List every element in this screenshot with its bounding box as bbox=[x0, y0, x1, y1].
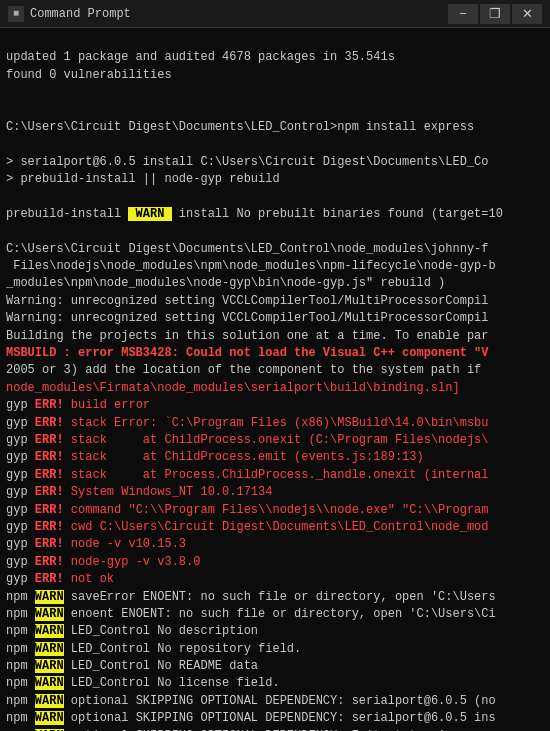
terminal-line: gyp ERR! stack Error: `C:\Program Files … bbox=[6, 415, 544, 432]
terminal-line: 2005 or 3) add the location of the compo… bbox=[6, 362, 544, 379]
terminal-line: _modules\npm\node_modules\node-gyp\bin\n… bbox=[6, 275, 544, 292]
terminal-line: gyp ERR! command "C:\\Program Files\\nod… bbox=[6, 502, 544, 519]
terminal-line: npm WARN optional SKIPPING OPTIONAL DEPE… bbox=[6, 710, 544, 727]
title-bar: ■ Command Prompt − ❐ ✕ bbox=[0, 0, 550, 28]
terminal-line: > prebuild-install || node-gyp rebuild bbox=[6, 171, 544, 188]
terminal-line: node_modules\Firmata\node_modules\serial… bbox=[6, 380, 544, 397]
terminal-line: prebuild-install WARN install No prebuil… bbox=[6, 206, 544, 223]
terminal-line: Files\nodejs\node_modules\npm\node_modul… bbox=[6, 258, 544, 275]
terminal-line: Warning: unrecognized setting VCCLCompil… bbox=[6, 310, 544, 327]
terminal-line: npm WARN optional SKIPPING OPTIONAL DEPE… bbox=[6, 728, 544, 731]
close-button[interactable]: ✕ bbox=[512, 4, 542, 24]
terminal-line bbox=[6, 223, 544, 240]
terminal-line: npm WARN enoent ENOENT: no such file or … bbox=[6, 606, 544, 623]
terminal-line bbox=[6, 102, 544, 119]
terminal-line: npm WARN optional SKIPPING OPTIONAL DEPE… bbox=[6, 693, 544, 710]
terminal-line: gyp ERR! not ok bbox=[6, 571, 544, 588]
terminal-line: npm WARN LED_Control No license field. bbox=[6, 675, 544, 692]
terminal-line: gyp ERR! node-gyp -v v3.8.0 bbox=[6, 554, 544, 571]
maximize-button[interactable]: ❐ bbox=[480, 4, 510, 24]
terminal: updated 1 package and audited 4678 packa… bbox=[0, 28, 550, 731]
terminal-line: gyp ERR! stack at Process.ChildProcess._… bbox=[6, 467, 544, 484]
terminal-line: npm WARN LED_Control No repository field… bbox=[6, 641, 544, 658]
terminal-line: Warning: unrecognized setting VCCLCompil… bbox=[6, 293, 544, 310]
terminal-line: MSBUILD : error MSB3428: Could not load … bbox=[6, 345, 544, 362]
title-bar-buttons: − ❐ ✕ bbox=[448, 4, 542, 24]
title-bar-icon: ■ bbox=[8, 6, 24, 22]
terminal-line: updated 1 package and audited 4678 packa… bbox=[6, 49, 544, 66]
terminal-line bbox=[6, 189, 544, 206]
terminal-line: gyp ERR! cwd C:\Users\Circuit Digest\Doc… bbox=[6, 519, 544, 536]
title-bar-title: Command Prompt bbox=[30, 7, 448, 21]
terminal-line bbox=[6, 84, 544, 101]
terminal-line: gyp ERR! build error bbox=[6, 397, 544, 414]
terminal-line: found 0 vulnerabilities bbox=[6, 67, 544, 84]
terminal-line bbox=[6, 136, 544, 153]
terminal-line: npm WARN LED_Control No description bbox=[6, 623, 544, 640]
terminal-line: C:\Users\Circuit Digest\Documents\LED_Co… bbox=[6, 119, 544, 136]
terminal-line: gyp ERR! System Windows_NT 10.0.17134 bbox=[6, 484, 544, 501]
minimize-button[interactable]: − bbox=[448, 4, 478, 24]
terminal-line: gyp ERR! stack at ChildProcess.onexit (C… bbox=[6, 432, 544, 449]
terminal-line: gyp ERR! node -v v10.15.3 bbox=[6, 536, 544, 553]
terminal-line: > serialport@6.0.5 install C:\Users\Circ… bbox=[6, 154, 544, 171]
terminal-line: npm WARN saveError ENOENT: no such file … bbox=[6, 589, 544, 606]
terminal-line: npm WARN LED_Control No README data bbox=[6, 658, 544, 675]
terminal-line: Building the projects in this solution o… bbox=[6, 328, 544, 345]
terminal-line: C:\Users\Circuit Digest\Documents\LED_Co… bbox=[6, 241, 544, 258]
terminal-line: gyp ERR! stack at ChildProcess.emit (eve… bbox=[6, 449, 544, 466]
